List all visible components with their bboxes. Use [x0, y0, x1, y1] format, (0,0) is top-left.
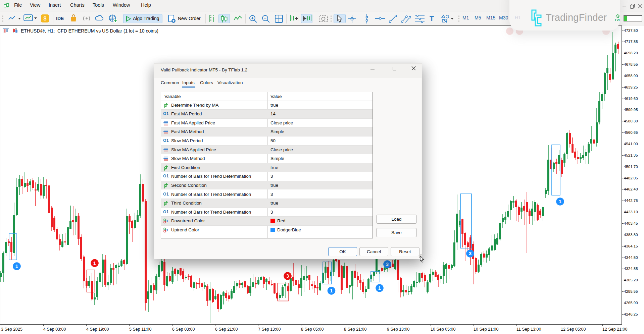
- svg-text:O: O: [163, 138, 166, 143]
- svg-text:O: O: [163, 174, 166, 178]
- svg-text:3: 3: [386, 261, 389, 267]
- svg-text:3: 3: [469, 250, 472, 256]
- svg-text:1: 1: [166, 210, 169, 214]
- svg-text:3: 3: [286, 273, 289, 279]
- svg-text:1: 1: [330, 288, 333, 293]
- svg-text:1: 1: [559, 199, 561, 204]
- svg-text:LVL: LVL: [615, 18, 621, 22]
- svg-text:1: 1: [166, 111, 169, 116]
- svg-text:O: O: [163, 210, 166, 214]
- svg-text:1: 1: [93, 260, 96, 266]
- svg-text:1: 1: [166, 192, 169, 197]
- svg-text:O: O: [163, 111, 166, 116]
- svg-text:1: 1: [15, 263, 18, 269]
- svg-text:1: 1: [166, 174, 169, 178]
- svg-text:1: 1: [166, 138, 169, 143]
- svg-text:1: 1: [378, 285, 381, 291]
- svg-text:O: O: [163, 192, 166, 197]
